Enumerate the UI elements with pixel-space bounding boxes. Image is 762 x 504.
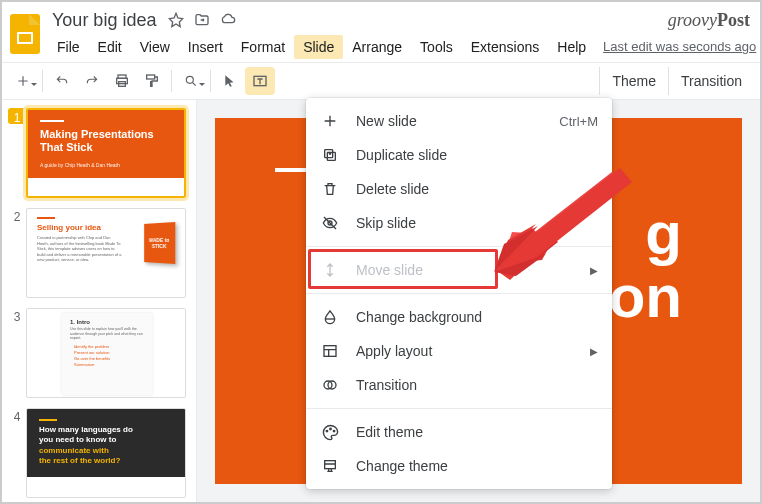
slide-menu-dropdown: New slide Ctrl+M Duplicate slide Delete … — [306, 98, 612, 489]
palette-icon — [320, 422, 340, 442]
trash-icon — [320, 179, 340, 199]
droplet-icon — [320, 307, 340, 327]
menu-file[interactable]: File — [48, 35, 89, 59]
thumb4-text: How many languages do you need to know t… — [39, 425, 139, 467]
redo-button[interactable] — [77, 67, 107, 95]
svg-rect-10 — [325, 150, 333, 158]
cloud-status-icon[interactable] — [218, 10, 238, 30]
slide-panel: 1 Making Presentations That Stick A guid… — [2, 100, 197, 502]
svg-rect-6 — [147, 75, 155, 79]
menu-slide[interactable]: Slide — [294, 35, 343, 59]
document-title[interactable]: Your big idea — [48, 8, 160, 33]
svg-point-15 — [326, 430, 327, 431]
watermark-post: Post — [717, 10, 750, 30]
svg-point-16 — [329, 428, 330, 429]
menu-change-background[interactable]: Change background — [306, 300, 612, 334]
menu-view[interactable]: View — [131, 35, 179, 59]
thumbnail-4[interactable]: 4 How many languages do you need to know… — [8, 408, 190, 498]
thumb2-book: MADE to STICK — [144, 222, 175, 264]
eye-off-icon — [320, 213, 340, 233]
svg-rect-9 — [327, 152, 335, 160]
thumb3-text: Use this slide to explain how you'll wal… — [70, 327, 144, 341]
transition-icon — [320, 375, 340, 395]
menu-insert[interactable]: Insert — [179, 35, 232, 59]
theme-icon — [320, 456, 340, 476]
select-tool[interactable] — [215, 67, 245, 95]
zoom-button[interactable] — [176, 67, 206, 95]
menu-move-slide: Move slide ▶ — [306, 253, 612, 287]
svg-rect-2 — [19, 34, 31, 42]
thumbnail-2[interactable]: 2 Selling your idea Created in partnersh… — [8, 208, 190, 298]
duplicate-icon — [320, 145, 340, 165]
menu-arrange[interactable]: Arrange — [343, 35, 411, 59]
svg-rect-12 — [324, 346, 336, 357]
thumb-number: 3 — [8, 308, 26, 398]
paint-format-button[interactable] — [137, 67, 167, 95]
header: Your big idea File Edit View Insert Form… — [2, 2, 760, 62]
plus-icon — [320, 111, 340, 131]
thumb-number: 2 — [8, 208, 26, 298]
menu-bar: File Edit View Insert Format Slide Arran… — [48, 33, 756, 61]
move-to-folder-icon[interactable] — [192, 10, 212, 30]
thumbnail-1[interactable]: 1 Making Presentations That Stick A guid… — [8, 108, 190, 198]
menu-format[interactable]: Format — [232, 35, 294, 59]
new-slide-button[interactable] — [8, 67, 38, 95]
svg-point-17 — [333, 430, 334, 431]
layout-icon — [320, 341, 340, 361]
menu-delete-slide[interactable]: Delete slide — [306, 172, 612, 206]
menu-extensions[interactable]: Extensions — [462, 35, 548, 59]
menu-skip-slide[interactable]: Skip slide — [306, 206, 612, 240]
textbox-tool[interactable] — [245, 67, 275, 95]
shortcut-label: Ctrl+M — [559, 114, 598, 129]
thumb-number: 4 — [8, 408, 26, 498]
menu-new-slide[interactable]: New slide Ctrl+M — [306, 104, 612, 138]
last-edit-link[interactable]: Last edit was seconds ago — [603, 39, 756, 54]
thumb3-title: 1. Intro — [70, 319, 144, 325]
svg-point-7 — [186, 76, 193, 83]
thumb2-text: Created in partnership with Chip and Dan… — [37, 235, 122, 263]
submenu-arrow-icon: ▶ — [590, 346, 598, 357]
menu-transition[interactable]: Transition — [306, 368, 612, 402]
undo-button[interactable] — [47, 67, 77, 95]
watermark-pre: groovy — [668, 10, 717, 30]
move-icon — [320, 260, 340, 280]
thumb1-sub: A guide by Chip Heath & Dan Heath — [40, 162, 172, 168]
theme-button[interactable]: Theme — [599, 67, 668, 95]
menu-help[interactable]: Help — [548, 35, 595, 59]
transition-button[interactable]: Transition — [668, 67, 754, 95]
menu-tools[interactable]: Tools — [411, 35, 462, 59]
thumb1-title: Making Presentations That Stick — [40, 128, 172, 154]
menu-duplicate-slide[interactable]: Duplicate slide — [306, 138, 612, 172]
menu-edit[interactable]: Edit — [89, 35, 131, 59]
menu-edit-theme[interactable]: Edit theme — [306, 415, 612, 449]
thumbnail-3[interactable]: 3 1. Intro Use this slide to explain how… — [8, 308, 190, 398]
menu-change-theme[interactable]: Change theme — [306, 449, 612, 483]
menu-apply-layout[interactable]: Apply layout ▶ — [306, 334, 612, 368]
submenu-arrow-icon: ▶ — [590, 265, 598, 276]
slides-logo[interactable] — [10, 14, 40, 54]
toolbar: Theme Transition — [2, 62, 760, 100]
print-button[interactable] — [107, 67, 137, 95]
thumb-number: 1 — [8, 108, 26, 124]
star-icon[interactable] — [166, 10, 186, 30]
